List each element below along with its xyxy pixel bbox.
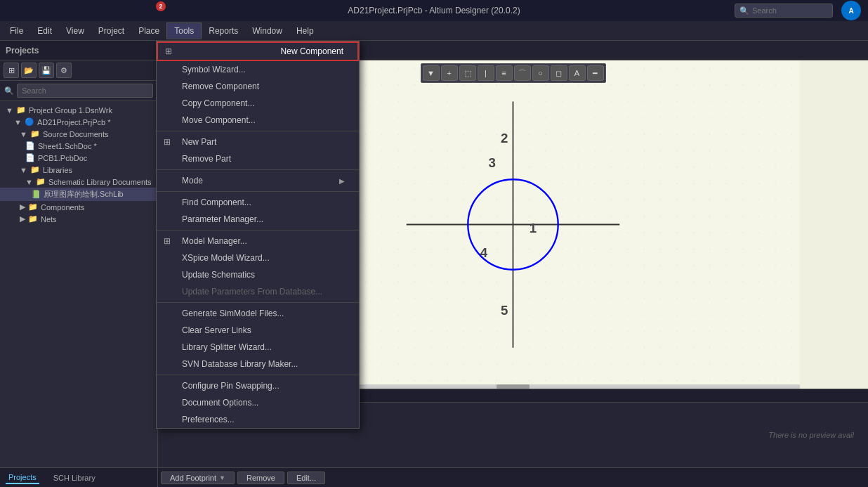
menu-file[interactable]: File bbox=[3, 23, 30, 39]
folder-icon: 📁 bbox=[16, 105, 26, 115]
ct-line-btn[interactable]: | bbox=[478, 65, 494, 81]
tree-item-pcbdoc[interactable]: 📄 PCB1.PcbDoc bbox=[0, 152, 157, 164]
dd-clear-server-links[interactable]: Clear Server Links bbox=[157, 322, 359, 339]
tree-item-components[interactable]: ▶ 📁 Components bbox=[0, 201, 157, 213]
tree-item-schlib-docs[interactable]: ▼ 📁 Schematic Library Documents bbox=[0, 176, 157, 188]
menu-reports[interactable]: Reports bbox=[202, 23, 245, 39]
dd-label: Preferences... bbox=[182, 415, 235, 424]
dd-label: New Part bbox=[182, 137, 216, 147]
sidebar-toolbar: ⊞ 📂 💾 ⚙ bbox=[0, 60, 157, 81]
ct-pin-btn[interactable]: ━ bbox=[587, 65, 604, 81]
sidebar-search-input[interactable] bbox=[17, 84, 153, 98]
dd-library-splitter[interactable]: Library Splitter Wizard... bbox=[157, 339, 359, 356]
folder-icon4: 📁 bbox=[36, 177, 46, 186]
menu-tools[interactable]: Tools bbox=[166, 22, 202, 39]
dd-sep1 bbox=[157, 131, 359, 131]
dd-preferences[interactable]: Preferences... bbox=[157, 411, 359, 428]
tree-item-source-docs[interactable]: ▼ 📁 Source Documents bbox=[0, 128, 157, 140]
title-search-box[interactable]: 🔍 bbox=[735, 4, 833, 18]
altium-logo: A bbox=[841, 1, 861, 20]
dd-mode[interactable]: Mode ▶ bbox=[157, 172, 359, 189]
sidebar-search-icon: 🔍 bbox=[4, 86, 14, 96]
tb-save-btn[interactable]: 💾 bbox=[39, 63, 54, 78]
dd-sep5 bbox=[157, 302, 359, 303]
dd-parameter-manager[interactable]: Parameter Manager... bbox=[157, 211, 359, 228]
tree-item-schlib-file[interactable]: 📗 原理图库的绘制.SchLib bbox=[0, 188, 157, 201]
dd-sep6 bbox=[157, 375, 359, 375]
add-footprint-button[interactable]: Add Footprint ▼ bbox=[161, 472, 235, 484]
tree-item-nets[interactable]: ▶ 📁 Nets bbox=[0, 213, 157, 225]
tree-item-schdoc[interactable]: 📄 Sheet1.SchDoc * bbox=[0, 140, 157, 152]
tree-label: Source Documents bbox=[43, 130, 109, 138]
dd-sep4 bbox=[157, 230, 359, 230]
ct-select-btn[interactable]: ⬚ bbox=[459, 65, 476, 81]
ct-circle-btn[interactable]: ○ bbox=[532, 65, 549, 81]
canvas-toolbar: ▼ + ⬚ | ≡ ⌒ ○ ◻ A ━ bbox=[421, 63, 606, 83]
menu-project[interactable]: Project bbox=[91, 23, 131, 39]
menu-place[interactable]: Place bbox=[131, 23, 166, 39]
svg-text:2: 2 bbox=[501, 131, 508, 145]
model-icon: ⊞ bbox=[164, 236, 171, 246]
dd-remove-component[interactable]: Remove Component bbox=[157, 78, 359, 95]
dd-label: Clear Server Links bbox=[182, 325, 251, 335]
dd-move-component[interactable]: Move Component... bbox=[157, 112, 359, 129]
app-title: AD21Project.PrjPcb - Altium Designer (20… bbox=[348, 6, 520, 15]
tree-label: Libraries bbox=[43, 166, 72, 174]
dd-label: Document Options... bbox=[182, 398, 258, 408]
schdoc-icon: 📄 bbox=[25, 141, 35, 150]
tb-open-btn[interactable]: 📂 bbox=[21, 63, 37, 78]
dd-label: XSpice Model Wizard... bbox=[182, 253, 270, 263]
tree-item-project[interactable]: ▼ 🔵 AD21Project.PrjPcb * bbox=[0, 116, 157, 128]
dd-xspice-wizard[interactable]: XSpice Model Wizard... bbox=[157, 249, 359, 266]
tab-projects[interactable]: Projects bbox=[6, 472, 39, 484]
expand-icon3: ▼ bbox=[20, 130, 27, 138]
tree-item-libraries[interactable]: ▼ 📁 Libraries bbox=[0, 164, 157, 176]
dd-update-schematics[interactable]: Update Schematics bbox=[157, 266, 359, 283]
tb-settings-btn[interactable]: ⚙ bbox=[56, 63, 72, 78]
dd-label: Remove Part bbox=[182, 154, 231, 164]
tab-sch-library[interactable]: SCH Library bbox=[51, 472, 98, 483]
project-tree: ▼ 📁 Project Group 1.DsnWrk ▼ 🔵 AD21Proje… bbox=[0, 101, 157, 467]
dd-label: Configure Pin Swapping... bbox=[182, 381, 280, 391]
edit-button[interactable]: Edit... bbox=[287, 472, 325, 484]
dd-symbol-wizard[interactable]: Symbol Wizard... bbox=[157, 61, 359, 78]
menu-edit[interactable]: Edit bbox=[30, 23, 59, 39]
dd-find-component[interactable]: Find Component... bbox=[157, 194, 359, 211]
dropdown-num-badge: 2 bbox=[156, 1, 166, 11]
ct-arc-btn[interactable]: ⌒ bbox=[514, 65, 531, 81]
expand-icon6: ▶ bbox=[20, 202, 25, 212]
dd-svn-database[interactable]: SVN Database Library Maker... bbox=[157, 356, 359, 372]
tree-item-project-group[interactable]: ▼ 📁 Project Group 1.DsnWrk bbox=[0, 104, 157, 116]
tree-label: Schematic Library Documents bbox=[48, 178, 152, 186]
dd-configure-pin[interactable]: Configure Pin Swapping... bbox=[157, 377, 359, 394]
dd-label: Model Manager... bbox=[182, 236, 247, 246]
dd-label: Symbol Wizard... bbox=[182, 65, 246, 74]
expand-icon2: ▼ bbox=[14, 118, 22, 126]
dd-new-part[interactable]: ⊞ New Part bbox=[157, 134, 359, 150]
dd-model-manager[interactable]: ⊞ Model Manager... bbox=[157, 233, 359, 249]
tb-new-btn[interactable]: ⊞ bbox=[4, 63, 19, 78]
svg-text:1: 1 bbox=[530, 221, 537, 235]
expand-icon7: ▶ bbox=[20, 214, 25, 223]
sidebar: Projects ⊞ 📂 💾 ⚙ 🔍 ▼ 📁 Project Group 1.D… bbox=[0, 41, 158, 487]
dd-remove-part[interactable]: Remove Part bbox=[157, 150, 359, 167]
ct-text-btn[interactable]: A bbox=[569, 65, 586, 81]
dd-label: Find Component... bbox=[182, 197, 251, 207]
ct-erase-btn[interactable]: ◻ bbox=[551, 65, 567, 81]
dd-copy-component[interactable]: Copy Component... bbox=[157, 95, 359, 112]
tree-label: Components bbox=[41, 203, 84, 212]
dd-new-component[interactable]: ⊞ New Component bbox=[157, 41, 359, 61]
menu-help[interactable]: Help bbox=[289, 23, 321, 39]
dd-generate-simmodel[interactable]: Generate SimModel Files... bbox=[157, 305, 359, 322]
folder-icon3: 📁 bbox=[30, 165, 40, 174]
sidebar-bottom-tabs: Projects SCH Library bbox=[0, 467, 157, 487]
menu-view[interactable]: View bbox=[59, 23, 91, 39]
ct-filter-btn[interactable]: ▼ bbox=[423, 65, 440, 81]
ct-route-btn[interactable]: ≡ bbox=[496, 65, 513, 81]
dd-arrow-icon: ▶ bbox=[339, 177, 345, 185]
ct-add-btn[interactable]: + bbox=[441, 65, 458, 81]
title-search-input[interactable] bbox=[752, 6, 828, 15]
dd-document-options[interactable]: Document Options... bbox=[157, 394, 359, 411]
menu-window[interactable]: Window bbox=[245, 23, 289, 39]
remove-button[interactable]: Remove bbox=[237, 472, 284, 484]
